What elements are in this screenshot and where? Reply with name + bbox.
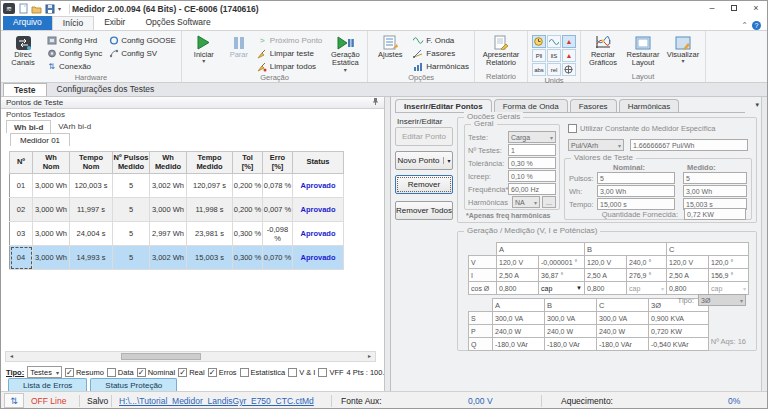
n-testes-field[interactable]: 1: [508, 144, 556, 156]
tolerancia-field[interactable]: 0,30 %: [508, 157, 556, 169]
novo-ponto-button[interactable]: Novo Ponto▾: [395, 151, 453, 170]
cap-select-b[interactable]: cap▾: [629, 285, 664, 292]
s-parallel-unit-button[interactable]: ‖S: [547, 49, 561, 62]
tab-configuracoes-testes[interactable]: Configurações dos Testes: [47, 83, 165, 96]
qat-dropdown-icon[interactable]: ▾: [58, 7, 61, 11]
editar-ponto-button[interactable]: Editar Ponto: [395, 127, 453, 146]
tab-opcoes-software[interactable]: Opções Software: [135, 16, 220, 30]
parar-button[interactable]: Parar: [224, 32, 254, 59]
tab-lista-de-erros[interactable]: Lista de Erros: [8, 378, 87, 391]
flame-unit-button[interactable]: ▲: [562, 35, 576, 48]
checkbox-erros[interactable]: Erros: [208, 368, 237, 377]
proximo-ponto-button[interactable]: >Próximo Ponto: [254, 34, 325, 47]
checkbox-resumo[interactable]: Resumo: [65, 368, 104, 377]
power-table[interactable]: ABC3Ø S300,0 VA300,0 VA300,0 VA0,900 KVA…: [468, 298, 709, 351]
icreep-field[interactable]: 0,10 %: [508, 170, 556, 182]
conexao-button[interactable]: ⇅Conexão: [43, 60, 105, 73]
tab-inicio[interactable]: Início: [52, 16, 94, 30]
tab-teste[interactable]: Teste: [3, 83, 47, 96]
constante-unit-select[interactable]: Pul/VArh▾: [568, 139, 624, 151]
wh-medido-field[interactable]: 3,00 Wh: [683, 185, 747, 197]
tab-fasores[interactable]: Fasores: [570, 99, 617, 112]
limpar-todos-button[interactable]: Limpar todos: [254, 60, 325, 73]
tab-varh-bid[interactable]: VArh bi-d: [51, 120, 98, 133]
close-button[interactable]: ×: [745, 1, 767, 16]
recriar-graficos-button[interactable]: Recriar Gráficos: [583, 32, 623, 68]
pin-icon[interactable]: [372, 97, 379, 108]
tabs-overflow-icon[interactable]: ▾: [755, 101, 759, 109]
tab-status-protecao[interactable]: Status Proteção: [90, 378, 177, 391]
abs-unit-button[interactable]: abs: [532, 63, 546, 76]
harmonicas-more-button[interactable]: ...: [542, 196, 556, 208]
tipo-select[interactable]: Testes▾: [27, 366, 62, 378]
tab-exibir[interactable]: Exibir: [94, 16, 135, 30]
config-goose-button[interactable]: Config GOOSE: [105, 34, 179, 47]
test-points-table[interactable]: NºWh NomTempo NomNº Pulsos MedidoWh Medi…: [9, 151, 344, 270]
tab-wh-bid[interactable]: Wh bi-d: [6, 120, 51, 133]
tempo-nominal-field[interactable]: 15,000 s: [597, 198, 675, 210]
checkbox-vi[interactable]: V & I: [288, 368, 315, 377]
visualizar-button[interactable]: Visualizar ▾: [663, 32, 703, 63]
frequencia-field[interactable]: 60,00 Hz: [508, 183, 556, 195]
cap-select-a[interactable]: cap▼: [541, 285, 582, 292]
connection-toggle-button[interactable]: ⇅: [4, 393, 24, 408]
checkbox-estatistica[interactable]: Estatística: [240, 368, 286, 377]
flame2-unit-button[interactable]: ▲: [562, 49, 576, 62]
tab-forma-de-onda[interactable]: Forma de Onda: [494, 99, 568, 112]
time-unit-button[interactable]: [532, 35, 546, 48]
constante-value-field[interactable]: 1.66666667 Pul/Wh: [630, 139, 748, 151]
config-hrd-button[interactable]: Config Hrd: [43, 34, 105, 47]
scrollbar-thumb[interactable]: [121, 353, 201, 360]
checkbox-data[interactable]: Data: [107, 368, 134, 377]
fasores-button[interactable]: Fasores: [410, 47, 472, 60]
apresentar-relatorio-button[interactable]: Apresentar Relatório: [477, 32, 525, 68]
pulsos-medido-field[interactable]: 5: [683, 172, 747, 184]
maximize-button[interactable]: [723, 1, 745, 16]
pulsos-nominal-field[interactable]: 5: [597, 172, 675, 184]
quantidade-fornecida-field[interactable]: 0,72 KW: [684, 208, 746, 220]
open-folder-icon[interactable]: [31, 4, 42, 14]
remover-button[interactable]: Remover: [395, 175, 453, 194]
help-icon[interactable]: ?: [752, 21, 761, 30]
direc-canais-button[interactable]: Direc Canais: [3, 32, 43, 68]
tab-harmonicas[interactable]: Harmônicas: [619, 99, 680, 112]
wh-nominal-field[interactable]: 3,00 Wh: [597, 185, 675, 197]
tipo-select[interactable]: 3Ø▾: [698, 294, 746, 306]
table-row[interactable]: 023,000 Wh11,997 s53,000 Wh11,998 s0,200…: [10, 198, 344, 222]
iniciar-button[interactable]: Iniciar ▾: [184, 32, 224, 63]
wave-unit-button[interactable]: [547, 35, 561, 48]
rel-unit-button[interactable]: rel: [547, 63, 561, 76]
tab-arquivo[interactable]: Arquivo: [3, 16, 52, 30]
new-file-icon[interactable]: [19, 3, 28, 14]
limpar-teste-button[interactable]: Limpar teste: [254, 47, 325, 60]
remover-todos-button[interactable]: Remover Todos: [395, 201, 453, 220]
teste-select[interactable]: Carga▾: [508, 131, 556, 143]
p-parallel-unit-button[interactable]: P‖: [532, 49, 546, 62]
panel-splitter[interactable]: [384, 97, 391, 391]
config-sv-button[interactable]: Config SV: [105, 47, 179, 60]
checkbox-nominal[interactable]: Nominal: [137, 368, 176, 377]
scroll-right-icon[interactable]: ▸: [364, 352, 375, 361]
checkbox-vff[interactable]: VFF: [318, 368, 343, 377]
table-row-selected[interactable]: 043,000 Wh14,993 s53,002 Wh15,003 s0,300…: [10, 246, 344, 270]
cap-select-c[interactable]: cap▾: [711, 285, 746, 292]
config-sync-button[interactable]: Config Sync: [43, 47, 105, 60]
target-unit-button[interactable]: [562, 63, 576, 76]
checkbox-real[interactable]: Real: [178, 368, 204, 377]
collapse-ribbon-icon[interactable]: ⌃: [741, 21, 748, 30]
geracao-estatica-button[interactable]: Geração Estática ▾: [325, 32, 365, 72]
file-path-link[interactable]: H:\...\Tutorial_Medidor_LandisGyr_E750_C…: [119, 392, 314, 409]
harmonicas-button[interactable]: Harmônicas: [410, 60, 472, 73]
horizontal-scrollbar[interactable]: ◂ ▸: [5, 351, 376, 362]
constante-checkbox[interactable]: Utilizar Constante do Medidor Específica: [568, 124, 715, 133]
phase-vi-table[interactable]: ABC V120,0 V-0,000001 °120,0 V240,0 °120…: [468, 242, 749, 295]
harmonicas-select[interactable]: NA▾: [512, 196, 540, 208]
minimize-button[interactable]: –: [701, 1, 723, 16]
tab-inserir-editar-pontos[interactable]: Inserir/Editar Pontos: [395, 99, 492, 112]
forma-onda-button[interactable]: F. Onda: [410, 34, 472, 47]
table-row[interactable]: 033,000 Wh24,004 s52,997 Wh23,981 s0,300…: [10, 222, 344, 246]
save-icon[interactable]: [45, 4, 55, 14]
tab-medidor-01[interactable]: Medidor 01: [10, 133, 70, 146]
restaurar-layout-button[interactable]: Restaurar Layout: [623, 32, 663, 68]
table-row[interactable]: 013,000 Wh120,003 s53,002 Wh120,097 s0,2…: [10, 174, 344, 198]
